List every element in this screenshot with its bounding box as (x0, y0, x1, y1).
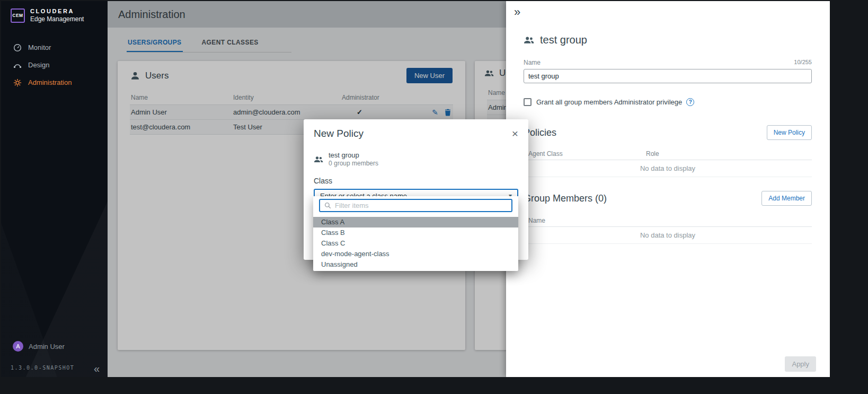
help-icon[interactable]: ? (686, 98, 694, 106)
avatar: A (13, 341, 23, 352)
brand-logo[interactable]: CEM CLOUDERA Edge Management (1, 1, 108, 23)
members-table-header: Name (524, 214, 812, 227)
members-heading: Group Members (0) (524, 193, 607, 204)
nav-label-monitor: Monitor (28, 43, 51, 51)
members-empty-state: No data to display (524, 227, 812, 244)
group-summary-text: test group 0 group members (329, 151, 378, 167)
drawer-collapse-icon[interactable]: » (514, 6, 520, 18)
option-class-a[interactable]: Class A (313, 217, 518, 227)
name-field-meta: Name 10/255 (524, 59, 812, 66)
close-icon[interactable]: × (512, 128, 518, 139)
detail-drawer: » test group Name 10/255 Grant all group… (506, 1, 830, 377)
nav-label-design: Design (28, 61, 49, 69)
admin-privilege-label: Grant all group members Administrator pr… (536, 98, 682, 106)
column-agent-class: Agent Class (524, 150, 646, 157)
modal-title: New Policy (314, 128, 364, 139)
apply-button[interactable]: Apply (785, 356, 816, 372)
app-window: CEM CLOUDERA Edge Management Monitor Des… (1, 1, 830, 377)
group-icon (314, 155, 323, 163)
admin-privilege-row: Grant all group members Administrator pr… (524, 98, 812, 106)
user-name: Admin User (29, 343, 65, 351)
version-label: 1.3.0.0-SNAPSHOT (11, 365, 74, 371)
class-options-list: Class A Class B Class C dev-mode-agent-c… (313, 217, 518, 270)
drawer-title: test group (540, 34, 587, 46)
admin-privilege-checkbox[interactable] (524, 98, 532, 106)
option-dev-mode-agent-class[interactable]: dev-mode-agent-class (313, 249, 518, 259)
sidebar-nav: Monitor Design Administration (1, 39, 108, 91)
cem-logo-badge: CEM (11, 8, 25, 23)
monitor-gauge-icon (13, 43, 22, 52)
group-name-input[interactable] (524, 69, 812, 83)
sidebar-item-monitor[interactable]: Monitor (1, 39, 108, 56)
name-label: Name (524, 59, 541, 66)
filter-input[interactable] (335, 202, 507, 209)
class-label: Class (314, 177, 518, 185)
class-dropdown-panel: Class A Class B Class C dev-mode-agent-c… (313, 196, 518, 271)
column-role: Role (646, 150, 659, 157)
members-section-header: Group Members (0) Add Member (524, 191, 812, 206)
brand-name: CLOUDERA (30, 8, 84, 14)
option-class-b[interactable]: Class B (313, 227, 518, 238)
sidebar-item-design[interactable]: Design (1, 56, 108, 74)
modal-group-summary: test group 0 group members (314, 151, 518, 167)
policies-empty-state: No data to display (524, 160, 812, 177)
policies-table-header: Agent Class Role (524, 147, 812, 160)
drawer-title-row: test group (524, 34, 812, 46)
char-counter: 10/255 (794, 59, 812, 66)
user-menu[interactable]: A Admin User (13, 341, 65, 352)
new-policy-button[interactable]: New Policy (767, 125, 812, 140)
product-name: Edge Management (30, 15, 84, 23)
policies-table: Agent Class Role No data to display (524, 147, 812, 177)
search-icon (324, 202, 331, 209)
option-class-c[interactable]: Class C (313, 238, 518, 249)
modal-header: New Policy × (314, 128, 518, 139)
members-table: Name No data to display (524, 214, 812, 244)
drawer-body: test group Name 10/255 Grant all group m… (506, 34, 830, 244)
policies-heading: Policies (524, 127, 556, 138)
nav-label-administration: Administration (28, 78, 72, 86)
sidebar-collapse-icon[interactable]: « (94, 363, 100, 374)
group-name: test group (329, 151, 378, 159)
sidebar-item-administration[interactable]: Administration (1, 74, 108, 91)
sidebar: CEM CLOUDERA Edge Management Monitor Des… (1, 1, 108, 377)
policies-section-header: Policies New Policy (524, 125, 812, 140)
option-unassigned[interactable]: Unassigned (313, 259, 518, 270)
design-flow-icon (13, 61, 22, 69)
add-member-button[interactable]: Add Member (761, 191, 812, 206)
gear-icon (13, 78, 22, 87)
group-member-count: 0 group members (329, 160, 378, 167)
group-icon (524, 36, 534, 45)
brand-text: CLOUDERA Edge Management (30, 8, 84, 23)
filter-box (319, 199, 512, 212)
